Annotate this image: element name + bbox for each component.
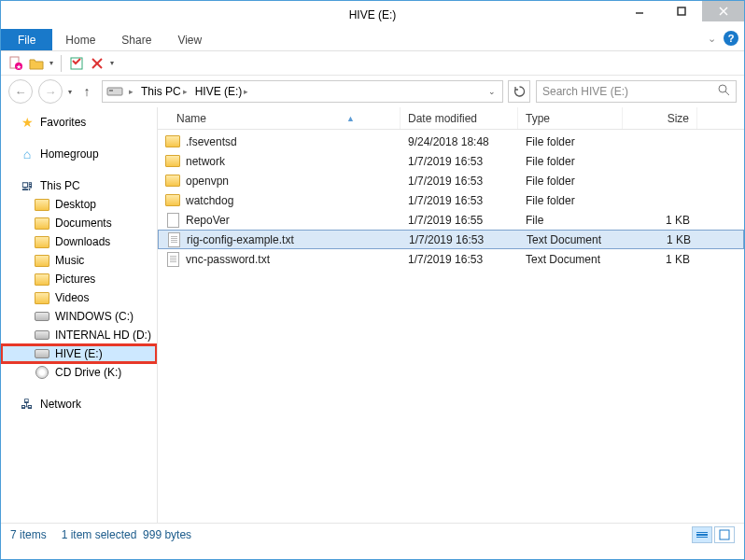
close-button[interactable] bbox=[702, 1, 744, 21]
minimize-button[interactable] bbox=[618, 1, 660, 21]
sidebar-item-label: Homegroup bbox=[40, 147, 99, 161]
folder-icon bbox=[165, 175, 180, 187]
file-row[interactable]: .fseventsd9/24/2018 18:48File folder bbox=[158, 132, 744, 151]
ribbon: File Home Share View ⌄ ? bbox=[1, 29, 744, 51]
ribbon-collapse-icon[interactable]: ⌄ bbox=[708, 33, 716, 45]
large-icons-view-button[interactable] bbox=[714, 526, 735, 543]
up-button[interactable]: ↑ bbox=[77, 84, 96, 99]
folder-icon bbox=[165, 135, 180, 147]
file-name: RepoVer bbox=[186, 214, 230, 227]
large-icons-icon bbox=[719, 529, 730, 540]
column-name[interactable]: Name ▲ bbox=[158, 107, 401, 129]
maximize-button[interactable] bbox=[660, 1, 702, 21]
file-name: vnc-password.txt bbox=[186, 253, 270, 266]
homegroup-icon: ⌂ bbox=[20, 147, 35, 161]
title-bar: HIVE (E:) bbox=[1, 1, 744, 29]
file-type: Text Document bbox=[518, 253, 623, 266]
refresh-button[interactable] bbox=[508, 80, 530, 103]
column-headers: Name ▲ Date modified Type Size bbox=[158, 107, 744, 130]
search-input[interactable]: Search HIVE (E:) bbox=[536, 80, 737, 103]
recent-locations-dropdown[interactable]: ▾ bbox=[68, 88, 72, 96]
details-view-button[interactable] bbox=[692, 526, 712, 543]
new-folder-icon[interactable] bbox=[29, 56, 44, 71]
sidebar-item-label: Desktop bbox=[55, 198, 96, 211]
forward-button[interactable]: → bbox=[38, 79, 63, 104]
help-icon[interactable]: ? bbox=[724, 31, 738, 46]
sort-ascending-icon: ▲ bbox=[346, 114, 355, 123]
sidebar-item-cd-drive-k-[interactable]: CD Drive (K:) bbox=[1, 363, 157, 382]
sidebar-item-documents[interactable]: Documents bbox=[1, 214, 157, 232]
column-type[interactable]: Type bbox=[518, 107, 623, 129]
file-date: 1/7/2019 16:53 bbox=[401, 175, 518, 188]
svg-point-12 bbox=[719, 85, 726, 92]
sidebar-item-hive-e-[interactable]: HIVE (E:) bbox=[1, 344, 157, 363]
breadcrumb-hive[interactable]: HIVE (E:) ▸ bbox=[193, 84, 251, 99]
file-row[interactable]: vnc-password.txt1/7/2019 16:53Text Docum… bbox=[158, 249, 744, 269]
column-label: Name bbox=[176, 112, 206, 125]
sidebar-item-label: CD Drive (K:) bbox=[55, 366, 121, 379]
properties-icon[interactable] bbox=[69, 56, 84, 71]
navigation-pane: ★ Favorites ⌂ Homegroup 🖳 This PC Deskto… bbox=[1, 107, 158, 523]
folder-icon bbox=[35, 199, 49, 211]
file-row[interactable]: RepoVer1/7/2019 16:55File1 KB bbox=[158, 210, 744, 230]
sidebar-item-label: Favorites bbox=[40, 116, 86, 129]
file-row[interactable]: watchdog1/7/2019 16:53File folder bbox=[158, 190, 744, 210]
file-date: 1/7/2019 16:55 bbox=[401, 214, 518, 227]
star-icon: ★ bbox=[20, 115, 35, 130]
tab-home[interactable]: Home bbox=[52, 29, 108, 50]
file-type: File folder bbox=[518, 155, 623, 168]
window-title: HIVE (E:) bbox=[349, 8, 397, 21]
breadcrumb-label: This PC bbox=[141, 85, 181, 98]
refresh-icon bbox=[513, 86, 526, 98]
file-type: Text Document bbox=[519, 233, 624, 246]
breadcrumb-sep0[interactable]: ▸ bbox=[127, 86, 135, 97]
sidebar-item-videos[interactable]: Videos bbox=[1, 288, 157, 307]
minimize-icon bbox=[634, 6, 645, 17]
quick-access-toolbar: ★ ▾ ▾ bbox=[1, 51, 744, 76]
file-row[interactable]: rig-config-example.txt1/7/2019 16:53Text… bbox=[158, 230, 744, 249]
file-name: watchdog bbox=[186, 194, 233, 207]
delete-dropdown-icon[interactable]: ▾ bbox=[110, 59, 114, 67]
svg-line-13 bbox=[725, 91, 729, 95]
file-type: File folder bbox=[518, 135, 623, 148]
column-size[interactable]: Size bbox=[623, 107, 697, 129]
address-row: ← → ▾ ↑ ▸ This PC ▸ HIVE (E:) ▸ ⌄ Search… bbox=[1, 76, 744, 107]
file-size: 1 KB bbox=[623, 214, 697, 227]
sidebar-item-label: INTERNAL HD (D:) bbox=[55, 329, 151, 342]
sidebar-item-internal-hd-d-[interactable]: INTERNAL HD (D:) bbox=[1, 326, 157, 344]
maximize-icon bbox=[676, 6, 687, 17]
file-name: openvpn bbox=[186, 175, 229, 188]
sidebar-network[interactable]: 🖧 Network bbox=[1, 395, 157, 413]
column-date[interactable]: Date modified bbox=[401, 107, 518, 129]
tab-share[interactable]: Share bbox=[108, 29, 164, 50]
sidebar-homegroup[interactable]: ⌂ Homegroup bbox=[1, 145, 157, 163]
file-name: network bbox=[186, 155, 225, 168]
tab-view[interactable]: View bbox=[164, 29, 215, 50]
drive-icon bbox=[35, 349, 49, 358]
breadcrumb-thispc[interactable]: This PC ▸ bbox=[139, 84, 190, 99]
back-button[interactable]: ← bbox=[8, 79, 33, 104]
sidebar-item-label: Music bbox=[55, 254, 84, 267]
qat-dropdown-icon[interactable]: ▾ bbox=[49, 59, 53, 67]
file-row[interactable]: network1/7/2019 16:53File folder bbox=[158, 151, 744, 171]
svg-rect-14 bbox=[720, 530, 729, 539]
address-bar[interactable]: ▸ This PC ▸ HIVE (E:) ▸ ⌄ bbox=[102, 80, 503, 103]
file-date: 1/7/2019 16:53 bbox=[401, 155, 518, 168]
text-file-icon bbox=[167, 252, 179, 267]
sidebar-item-pictures[interactable]: Pictures bbox=[1, 270, 157, 288]
svg-rect-11 bbox=[109, 90, 113, 91]
sidebar-favorites[interactable]: ★ Favorites bbox=[1, 113, 157, 132]
file-tab[interactable]: File bbox=[1, 29, 52, 50]
folder-icon bbox=[35, 217, 49, 230]
new-document-icon[interactable]: ★ bbox=[8, 56, 23, 71]
delete-icon[interactable] bbox=[90, 56, 105, 71]
drive-icon bbox=[35, 330, 49, 340]
sidebar-item-desktop[interactable]: Desktop bbox=[1, 195, 157, 214]
sidebar-thispc[interactable]: 🖳 This PC bbox=[1, 176, 157, 195]
address-dropdown-icon[interactable]: ⌄ bbox=[488, 87, 499, 96]
file-row[interactable]: openvpn1/7/2019 16:53File folder bbox=[158, 171, 744, 190]
file-pane: Name ▲ Date modified Type Size .fsevents… bbox=[158, 107, 744, 523]
sidebar-item-downloads[interactable]: Downloads bbox=[1, 232, 157, 251]
sidebar-item-music[interactable]: Music bbox=[1, 251, 157, 270]
sidebar-item-windows-c-[interactable]: WINDOWS (C:) bbox=[1, 307, 157, 326]
